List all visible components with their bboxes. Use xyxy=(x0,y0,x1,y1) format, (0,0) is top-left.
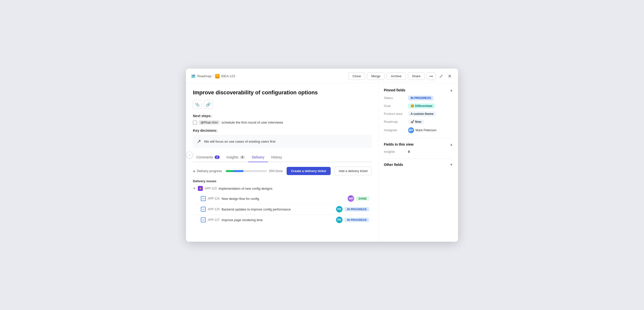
status-chip: IN PROGRESS xyxy=(408,96,434,101)
product-chip: A custom theme xyxy=(408,111,436,116)
create-delivery-ticket-button[interactable]: Create a delivery ticket xyxy=(287,167,331,175)
assignee-value[interactable]: MP Mark Peterson xyxy=(408,127,436,133)
product-area-value[interactable]: A custom theme xyxy=(408,111,436,116)
decision-box: ↗ We will focus on use cases of existing… xyxy=(193,135,372,148)
pinned-fields-chevron: ▲ xyxy=(450,88,453,92)
link-button[interactable]: 🔗 xyxy=(204,100,213,109)
toggle-sidebar-button[interactable]: ‹ xyxy=(186,152,193,158)
issue-icon: ▭ xyxy=(201,196,206,201)
parent-issue-title: Implementation of new config designs xyxy=(218,187,272,190)
progress-pct: 25% Done xyxy=(269,169,283,173)
insights-field-row: Insights 8 xyxy=(384,150,453,154)
progress-bar-wrap: 25% Done xyxy=(226,169,283,173)
clone-button[interactable]: Clone xyxy=(348,73,365,80)
page-title: Improve discoverability of configuration… xyxy=(193,89,372,96)
next-steps-label: Next steps: xyxy=(193,114,372,118)
close-button[interactable]: ✕ xyxy=(446,73,453,80)
merge-button[interactable]: Merge xyxy=(367,73,384,80)
idea-label: IDEA-123 xyxy=(221,74,235,78)
status-field-label: Status xyxy=(384,96,406,100)
issue-avatar-124: MP xyxy=(348,195,354,202)
breadcrumb-separator: / xyxy=(213,74,214,78)
pinned-fields-header[interactable]: Pinned fields ▲ xyxy=(384,88,453,92)
issue-title-124: New design flow for config xyxy=(222,197,346,201)
issue-avatar-127: PK xyxy=(336,217,342,223)
issue-id-127: APP-127 xyxy=(208,218,220,222)
map-icon: 🗺️ xyxy=(191,74,196,79)
attach-button[interactable]: 📎 xyxy=(193,100,202,109)
archive-button[interactable]: Archive xyxy=(386,73,406,80)
issue-icon: ▭ xyxy=(201,207,206,212)
insights-count: 8 xyxy=(408,150,410,154)
add-delivery-ticket-button[interactable]: Add a delivery ticket xyxy=(334,167,372,175)
issue-row: ▭ APP-125 Backend updates to improve con… xyxy=(193,204,372,215)
key-decisions-label: Key decisions: xyxy=(193,129,372,132)
issue-avatar-125: PK xyxy=(336,206,342,212)
breadcrumb: 🗺️ Roadmap / 💡 IDEA-123 xyxy=(191,74,235,79)
roadmap-chip: 🚀 Now xyxy=(408,119,424,124)
issue-row: ▭ APP-127 Improve page rendering time PK… xyxy=(193,215,372,225)
side-panel: Pinned fields ▲ Status IN PROGRESS Goal … xyxy=(379,83,458,242)
other-fields-header[interactable]: Other fields ▼ xyxy=(384,163,453,167)
pinned-fields-section: Pinned fields ▲ Status IN PROGRESS Goal … xyxy=(384,88,453,133)
assignee-field-row: Assignee MP Mark Peterson xyxy=(384,127,453,133)
assignee-name: Mark Peterson xyxy=(416,128,436,132)
goal-field-row: Goal 🤩 Differentiate xyxy=(384,104,453,108)
status-field-row: Status IN PROGRESS xyxy=(384,96,453,101)
tab-insights-label: Insights xyxy=(226,155,238,159)
other-fields-chevron: ▼ xyxy=(450,163,453,167)
progress-label: ◆ Delivery progress xyxy=(193,169,222,173)
issue-status-127: IN PROGRESS xyxy=(344,218,369,222)
side-divider-2 xyxy=(384,158,453,159)
comments-badge: 2 xyxy=(215,155,220,159)
toolbar: 📎 🔗 xyxy=(193,100,372,109)
assignee-avatar: MP xyxy=(408,127,414,133)
roadmap-value[interactable]: 🚀 Now xyxy=(408,119,424,124)
progress-label-text: Delivery progress xyxy=(197,169,222,173)
issue-icon: ▭ xyxy=(201,217,206,222)
fields-in-view-chevron: ▲ xyxy=(450,142,453,146)
tabs: Comments 2 Insights 8 Delivery History xyxy=(193,153,372,162)
expand-issues-icon[interactable]: ▼ xyxy=(193,187,196,190)
mention-tag: @Phan Kim xyxy=(199,120,220,125)
expand-button[interactable]: ⤢ xyxy=(438,73,444,80)
tab-comments[interactable]: Comments 2 xyxy=(193,153,223,162)
pinned-fields-label: Pinned fields xyxy=(384,88,405,92)
goal-field-label: Goal xyxy=(384,104,406,108)
sub-issues-list: ▭ APP-124 New design flow for config MP … xyxy=(193,193,372,225)
next-steps-text: schedule the first round of user intervi… xyxy=(222,121,283,124)
next-steps-checkbox[interactable] xyxy=(193,121,197,125)
tab-delivery-label: Delivery xyxy=(252,155,264,159)
modal-body: Improve discoverability of configuration… xyxy=(186,83,458,242)
main-panel: Improve discoverability of configuration… xyxy=(186,83,379,242)
goal-field-value[interactable]: 🤩 Differentiate xyxy=(408,104,435,108)
roadmap-label: Roadmap xyxy=(197,74,211,78)
share-button[interactable]: Share xyxy=(408,73,425,80)
modal-container: ‹ 🗺️ Roadmap / 💡 IDEA-123 Clone Merge Ar… xyxy=(186,69,458,242)
issue-title-125: Backend updates to improve config perfor… xyxy=(222,207,334,211)
next-steps-item: @Phan Kim schedule the first round of us… xyxy=(193,120,372,125)
progress-green xyxy=(226,170,233,172)
issue-title-127: Improve page rendering time xyxy=(222,218,334,222)
delivery-content: ◆ Delivery progress 25% Done Create a de… xyxy=(193,167,372,225)
decision-icon: ↗ xyxy=(197,138,201,144)
tab-delivery[interactable]: Delivery xyxy=(248,153,268,162)
fields-in-view-header[interactable]: Fields in this view ▲ xyxy=(384,142,453,146)
status-field-value[interactable]: IN PROGRESS xyxy=(408,96,434,101)
decision-text: We will focus on use cases of existing u… xyxy=(204,140,276,143)
delivery-progress-row: ◆ Delivery progress 25% Done Create a de… xyxy=(193,167,372,175)
tab-history[interactable]: History xyxy=(268,153,286,162)
insights-badge: 8 xyxy=(240,155,245,159)
issue-id-124: APP-124 xyxy=(208,197,220,200)
more-options-button[interactable]: ••• xyxy=(426,73,436,80)
idea-icon: 💡 xyxy=(215,74,220,79)
fields-in-view-label: Fields in this view xyxy=(384,142,414,146)
progress-bar xyxy=(226,170,267,172)
tab-history-label: History xyxy=(271,155,282,159)
tab-insights[interactable]: Insights 8 xyxy=(223,153,248,162)
roadmap-label: Roadmap xyxy=(384,120,406,124)
side-divider-1 xyxy=(384,138,453,138)
product-area-label: Product area xyxy=(384,112,406,116)
issue-status-124: DONE xyxy=(356,196,369,201)
other-fields-section: Other fields ▼ xyxy=(384,163,453,167)
